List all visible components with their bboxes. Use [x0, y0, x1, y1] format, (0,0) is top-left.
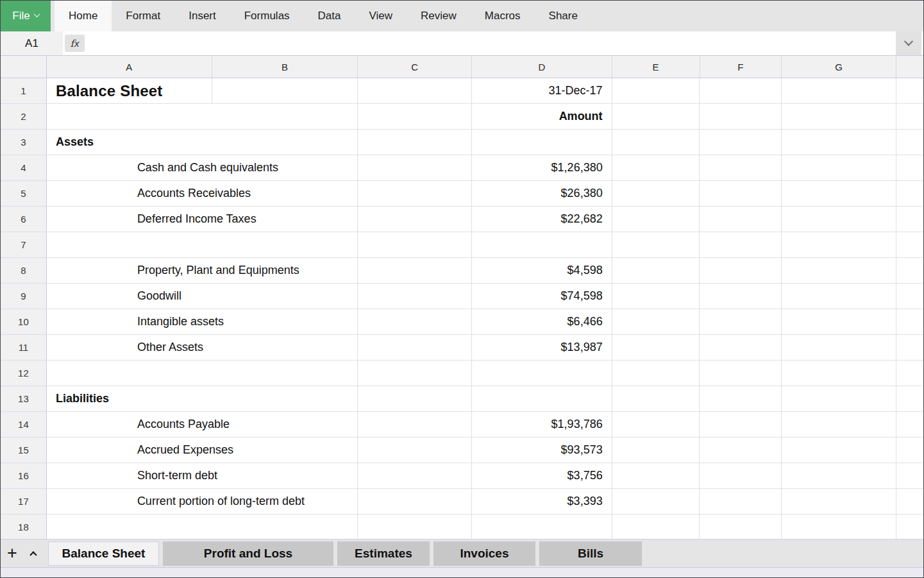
row-header-14[interactable]: 14	[1, 412, 47, 438]
cell-A18[interactable]	[47, 514, 358, 539]
row-header-11[interactable]: 11	[1, 335, 47, 361]
cell-C13[interactable]	[358, 386, 472, 412]
cell-D8[interactable]: $4,598	[472, 258, 612, 284]
cell-G13[interactable]	[782, 386, 896, 412]
cell-C11[interactable]	[358, 335, 472, 361]
column-header-G[interactable]: G	[782, 56, 896, 78]
cell-H2[interactable]	[896, 104, 923, 130]
cell-A10[interactable]: Intangible assets	[47, 309, 358, 335]
cell-H18[interactable]	[896, 514, 923, 539]
cell-F6[interactable]	[700, 207, 782, 232]
row-header-5[interactable]: 5	[1, 181, 47, 207]
cell-C18[interactable]	[358, 514, 472, 539]
cell-D16[interactable]: $3,756	[472, 463, 612, 489]
row-header-17[interactable]: 17	[1, 489, 47, 514]
cell-H12[interactable]	[896, 361, 923, 386]
menu-item-data[interactable]: Data	[304, 1, 355, 31]
cell-E4[interactable]	[612, 155, 700, 181]
cell-G1[interactable]	[782, 78, 896, 104]
cell-G9[interactable]	[782, 284, 896, 309]
row-header-16[interactable]: 16	[1, 463, 47, 489]
cell-E8[interactable]	[612, 258, 700, 284]
cell-H16[interactable]	[896, 463, 923, 489]
cell-D3[interactable]	[472, 130, 612, 155]
cell-C6[interactable]	[358, 207, 472, 232]
cell-F2[interactable]	[700, 104, 782, 130]
cell-E6[interactable]	[612, 207, 700, 232]
cell-A6[interactable]: Deferred Income Taxes	[47, 207, 358, 232]
cell-F17[interactable]	[700, 489, 782, 514]
cell-F15[interactable]	[700, 438, 782, 463]
column-header-D[interactable]: D	[472, 56, 612, 78]
sheet-list-collapse-button[interactable]	[24, 540, 43, 567]
column-header-extra[interactable]	[896, 56, 923, 78]
cell-C4[interactable]	[358, 155, 472, 181]
row-header-10[interactable]: 10	[1, 309, 47, 335]
cell-H6[interactable]	[896, 207, 923, 232]
cell-A1[interactable]: Balance Sheet	[47, 78, 212, 104]
menu-item-insert[interactable]: Insert	[174, 1, 230, 31]
cell-G10[interactable]	[782, 309, 896, 335]
cell-D7[interactable]	[472, 232, 612, 258]
add-sheet-button[interactable]: +	[1, 540, 24, 567]
cell-D17[interactable]: $3,393	[472, 489, 612, 514]
cell-G5[interactable]	[782, 181, 896, 207]
cell-G6[interactable]	[782, 207, 896, 232]
cell-E15[interactable]	[612, 438, 700, 463]
row-header-12[interactable]: 12	[1, 361, 47, 386]
cell-name-box[interactable]: A1	[1, 31, 63, 55]
row-header-4[interactable]: 4	[1, 155, 47, 181]
cell-H4[interactable]	[896, 155, 923, 181]
menu-item-formulas[interactable]: Formulas	[230, 1, 304, 31]
menu-item-home[interactable]: Home	[55, 1, 112, 31]
cell-F1[interactable]	[700, 78, 782, 104]
cell-F12[interactable]	[700, 361, 782, 386]
cell-G8[interactable]	[782, 258, 896, 284]
cell-C12[interactable]	[358, 361, 472, 386]
cell-A11[interactable]: Other Assets	[47, 335, 358, 361]
row-header-1[interactable]: 1	[1, 78, 47, 104]
cell-F18[interactable]	[700, 514, 782, 539]
cell-D2[interactable]: Amount	[472, 104, 612, 130]
cell-D5[interactable]: $26,380	[472, 181, 612, 207]
cell-A12[interactable]	[47, 361, 358, 386]
cell-G14[interactable]	[782, 412, 896, 438]
cell-B1[interactable]	[212, 78, 358, 104]
cell-A5[interactable]: Accounts Receivables	[47, 181, 358, 207]
menu-item-view[interactable]: View	[355, 1, 407, 31]
cell-F9[interactable]	[700, 284, 782, 309]
cell-C10[interactable]	[358, 309, 472, 335]
cell-A9[interactable]: Goodwill	[47, 284, 358, 309]
cell-A8[interactable]: Property, Plant and Equipments	[47, 258, 358, 284]
cell-C7[interactable]	[358, 232, 472, 258]
cell-D6[interactable]: $22,682	[472, 207, 612, 232]
cell-G16[interactable]	[782, 463, 896, 489]
cell-C1[interactable]	[358, 78, 472, 104]
cell-A2[interactable]	[47, 104, 358, 130]
cell-C3[interactable]	[358, 130, 472, 155]
cell-A17[interactable]: Current portion of long-term debt	[47, 489, 358, 514]
cell-E5[interactable]	[612, 181, 700, 207]
cell-H15[interactable]	[896, 438, 923, 463]
row-header-18[interactable]: 18	[1, 514, 47, 539]
cell-C5[interactable]	[358, 181, 472, 207]
row-header-2[interactable]: 2	[1, 104, 47, 130]
cell-G17[interactable]	[782, 489, 896, 514]
row-header-8[interactable]: 8	[1, 258, 47, 284]
cell-F5[interactable]	[700, 181, 782, 207]
cell-D1[interactable]: 31-Dec-17	[472, 78, 612, 104]
cell-A15[interactable]: Accrued Expenses	[47, 438, 358, 463]
menu-item-macros[interactable]: Macros	[471, 1, 535, 31]
select-all-corner[interactable]	[1, 56, 47, 78]
cell-H13[interactable]	[896, 386, 923, 412]
cell-E13[interactable]	[612, 386, 700, 412]
cell-D18[interactable]	[472, 514, 612, 539]
column-header-E[interactable]: E	[612, 56, 700, 78]
cell-H17[interactable]	[896, 489, 923, 514]
column-header-C[interactable]: C	[358, 56, 472, 78]
cell-G12[interactable]	[782, 361, 896, 386]
cell-C2[interactable]	[358, 104, 472, 130]
column-header-B[interactable]: B	[212, 56, 358, 78]
cell-A14[interactable]: Accounts Payable	[47, 412, 358, 438]
cell-H11[interactable]	[896, 335, 923, 361]
